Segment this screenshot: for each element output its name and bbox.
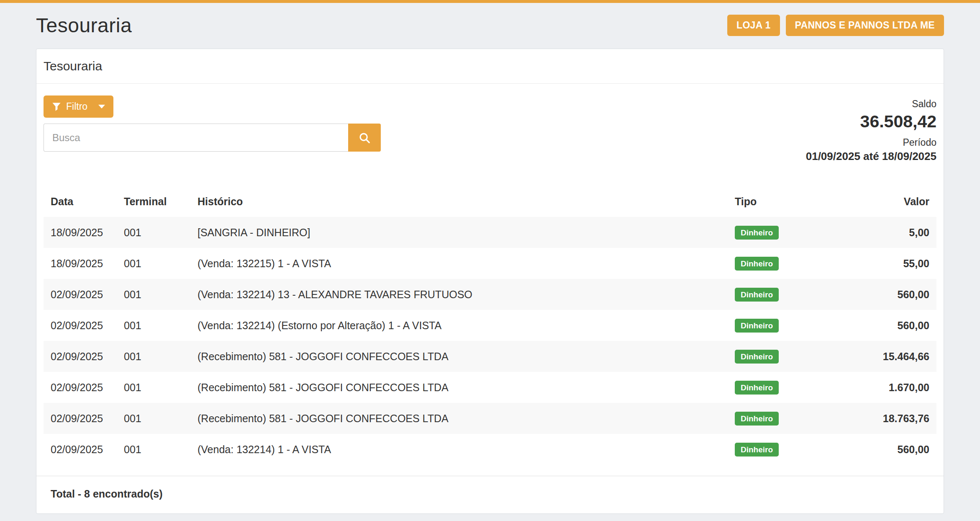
header-buttons: LOJA 1 PANNOS E PANNOS LTDA ME <box>727 15 944 36</box>
tipo-badge: Dinheiro <box>735 288 779 302</box>
tipo-badge: Dinheiro <box>735 226 779 240</box>
periodo-value: 01/09/2025 até 18/09/2025 <box>806 150 936 163</box>
cell-terminal: 001 <box>124 341 198 372</box>
page-title: Tesouraria <box>36 14 132 37</box>
toolbar: Filtro <box>44 95 936 163</box>
search-group <box>44 124 381 152</box>
cell-tipo: Dinheiro <box>735 279 828 310</box>
cell-historico: (Venda: 132214) 13 - ALEXANDRE TAVARES F… <box>198 279 735 310</box>
saldo-value: 36.508,42 <box>806 111 936 132</box>
table-row: 02/09/2025 001 (Venda: 132214) 13 - ALEX… <box>44 279 936 310</box>
table-header-row: Data Terminal Histórico Tipo Valor <box>44 187 936 217</box>
column-header-historico: Histórico <box>198 187 735 217</box>
cell-historico: [SANGRIA - DINHEIRO] <box>198 217 735 248</box>
cell-historico: (Venda: 132214) (Estorno por Alteração) … <box>198 310 735 341</box>
filter-funnel-icon <box>52 102 61 111</box>
cell-tipo: Dinheiro <box>735 341 828 372</box>
cell-terminal: 001 <box>124 372 198 403</box>
cell-data: 18/09/2025 <box>44 248 124 279</box>
chevron-down-icon <box>98 105 105 108</box>
cell-historico: (Recebimento) 581 - JOGGOFI CONFECCOES L… <box>198 403 735 434</box>
cell-valor: 5,00 <box>828 217 936 248</box>
filter-search-group: Filtro <box>44 95 381 152</box>
cell-tipo: Dinheiro <box>735 372 828 403</box>
cell-terminal: 001 <box>124 217 198 248</box>
periodo-label: Período <box>806 137 936 149</box>
cell-historico: (Recebimento) 581 - JOGGOFI CONFECCOES L… <box>198 372 735 403</box>
table-row: 02/09/2025 001 (Venda: 132214) (Estorno … <box>44 310 936 341</box>
table-row: 18/09/2025 001 (Venda: 132215) 1 - A VIS… <box>44 248 936 279</box>
cell-valor: 560,00 <box>828 279 936 310</box>
cell-data: 02/09/2025 <box>44 434 124 465</box>
card-body: Filtro <box>36 95 944 465</box>
cell-terminal: 001 <box>124 248 198 279</box>
filter-button-label: Filtro <box>66 101 87 112</box>
table-row: 02/09/2025 001 (Recebimento) 581 - JOGGO… <box>44 372 936 403</box>
cell-tipo: Dinheiro <box>735 434 828 465</box>
tipo-badge: Dinheiro <box>735 350 779 364</box>
cell-data: 02/09/2025 <box>44 372 124 403</box>
treasury-page: Tesouraria LOJA 1 PANNOS E PANNOS LTDA M… <box>0 3 980 514</box>
column-header-valor: Valor <box>828 187 936 217</box>
summary-panel: Saldo 36.508,42 Período 01/09/2025 até 1… <box>806 95 936 163</box>
tipo-badge: Dinheiro <box>735 319 779 333</box>
treasury-card: Tesouraria Filtro <box>36 49 944 514</box>
store-button[interactable]: LOJA 1 <box>727 15 780 36</box>
tipo-badge: Dinheiro <box>735 443 779 457</box>
search-input[interactable] <box>44 124 348 152</box>
cell-terminal: 001 <box>124 279 198 310</box>
cell-valor: 560,00 <box>828 310 936 341</box>
cell-valor: 15.464,66 <box>828 341 936 372</box>
page-header: Tesouraria LOJA 1 PANNOS E PANNOS LTDA M… <box>36 3 944 49</box>
card-title: Tesouraria <box>36 49 944 84</box>
column-header-data: Data <box>44 187 124 217</box>
cell-valor: 55,00 <box>828 248 936 279</box>
search-button[interactable] <box>348 124 381 152</box>
cell-tipo: Dinheiro <box>735 217 828 248</box>
cell-valor: 1.670,00 <box>828 372 936 403</box>
table-row: 02/09/2025 001 (Venda: 132214) 1 - A VIS… <box>44 434 936 465</box>
cell-historico: (Venda: 132214) 1 - A VISTA <box>198 434 735 465</box>
cell-data: 02/09/2025 <box>44 310 124 341</box>
cell-terminal: 001 <box>124 403 198 434</box>
cell-historico: (Venda: 132215) 1 - A VISTA <box>198 248 735 279</box>
cell-valor: 560,00 <box>828 434 936 465</box>
transactions-table: Data Terminal Histórico Tipo Valor 18/09… <box>44 187 936 465</box>
saldo-label: Saldo <box>806 98 936 110</box>
cell-tipo: Dinheiro <box>735 310 828 341</box>
cell-terminal: 001 <box>124 434 198 465</box>
tipo-badge: Dinheiro <box>735 257 779 271</box>
total-count: Total - 8 encontrado(s) <box>36 476 944 513</box>
cell-data: 02/09/2025 <box>44 279 124 310</box>
cell-data: 18/09/2025 <box>44 217 124 248</box>
cell-tipo: Dinheiro <box>735 403 828 434</box>
filter-button[interactable]: Filtro <box>44 95 113 118</box>
cell-terminal: 001 <box>124 310 198 341</box>
column-header-terminal: Terminal <box>124 187 198 217</box>
column-header-tipo: Tipo <box>735 187 828 217</box>
cell-data: 02/09/2025 <box>44 341 124 372</box>
search-icon <box>358 132 371 144</box>
company-button[interactable]: PANNOS E PANNOS LTDA ME <box>786 15 944 36</box>
top-accent-bar <box>0 0 980 3</box>
tipo-badge: Dinheiro <box>735 412 779 426</box>
table-row: 02/09/2025 001 (Recebimento) 581 - JOGGO… <box>44 341 936 372</box>
cell-valor: 18.763,76 <box>828 403 936 434</box>
table-row: 18/09/2025 001 [SANGRIA - DINHEIRO] Dinh… <box>44 217 936 248</box>
tipo-badge: Dinheiro <box>735 381 779 395</box>
table-row: 02/09/2025 001 (Recebimento) 581 - JOGGO… <box>44 403 936 434</box>
cell-historico: (Recebimento) 581 - JOGGOFI CONFECCOES L… <box>198 341 735 372</box>
cell-tipo: Dinheiro <box>735 248 828 279</box>
cell-data: 02/09/2025 <box>44 403 124 434</box>
